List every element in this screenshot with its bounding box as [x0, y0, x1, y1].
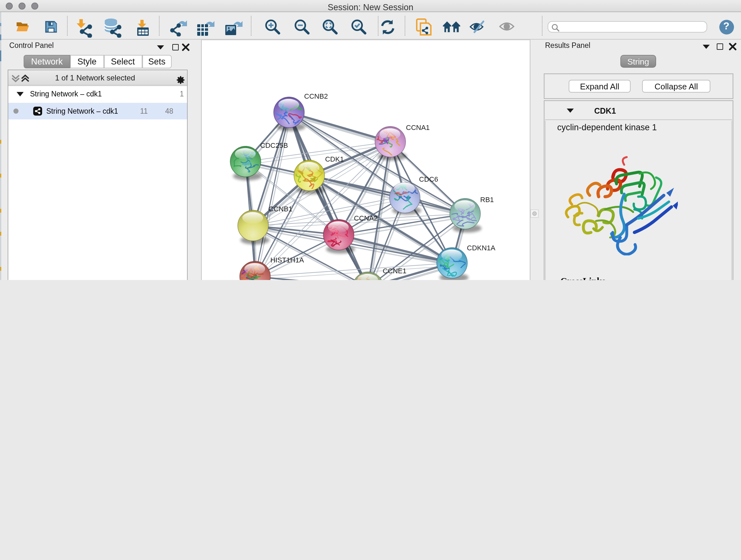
svg-text:CDC25B: CDC25B	[260, 141, 288, 149]
svg-text:CCNA2: CCNA2	[354, 214, 378, 222]
svg-text:CCNB2: CCNB2	[304, 92, 328, 100]
svg-text:CDC6: CDC6	[419, 175, 438, 183]
svg-text:CCNA1: CCNA1	[406, 124, 430, 132]
svg-text:CCNB1: CCNB1	[269, 205, 293, 213]
svg-text:CCNE1: CCNE1	[383, 267, 407, 275]
svg-text:CDKN1A: CDKN1A	[467, 244, 495, 252]
svg-text:CDK1: CDK1	[325, 155, 344, 163]
svg-text:HIST1H1A: HIST1H1A	[270, 256, 304, 264]
svg-text:RB1: RB1	[480, 196, 494, 204]
